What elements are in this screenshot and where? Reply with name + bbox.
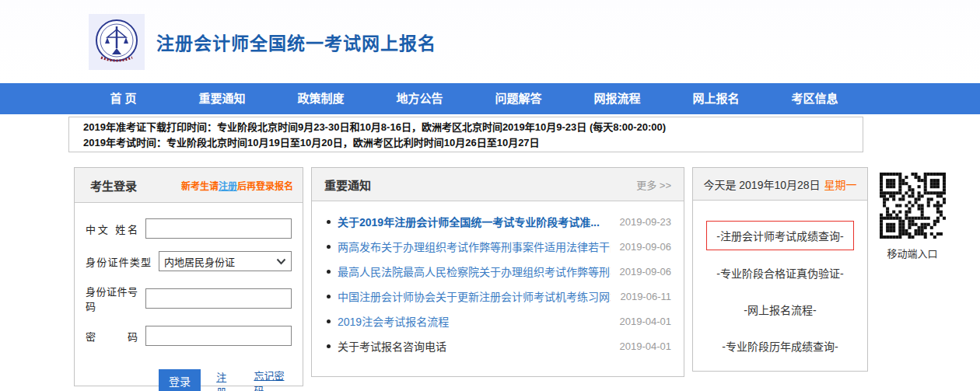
id-type-label: 身份证件类型 xyxy=(86,254,151,269)
nav-item-registration-process[interactable]: 网报流程 xyxy=(568,83,667,114)
notice-date: 2019-09-06 xyxy=(620,241,672,253)
qr-code-label: 移动端入口 xyxy=(877,246,947,260)
page: 注册会计师全国统一考试网上报名 首 页 重要通知 政策制度 地方公告 问题解答 … xyxy=(0,0,980,391)
notice-row: 2019注会考试报名流程 2019-04-01 xyxy=(312,309,684,333)
bullet-icon xyxy=(327,295,331,298)
id-number-input[interactable] xyxy=(145,288,292,309)
nav-item-local-announcements[interactable]: 地方公告 xyxy=(370,83,469,114)
notice-link[interactable]: 关于考试报名咨询电话 xyxy=(338,338,611,354)
notice-row: 关于考试报名咨询电话 2019-04-01 xyxy=(312,333,684,358)
nav-item-exam-area-info[interactable]: 考区信息 xyxy=(765,83,864,114)
today-date: 今天是 2019年10月28日 xyxy=(703,176,820,192)
password-input[interactable] xyxy=(145,326,292,346)
quick-link-registration-process[interactable]: -网上报名流程- xyxy=(744,302,816,317)
notice-link[interactable]: 关于2019年注册会计师全国统一考试专业阶段考试准... xyxy=(338,214,611,229)
nav-item-important-notices[interactable]: 重要通知 xyxy=(173,83,271,114)
bullet-icon xyxy=(327,220,331,224)
more-notices-link[interactable]: 更多 >> xyxy=(636,177,671,192)
forgot-password-link[interactable]: 忘记密码 xyxy=(254,368,292,391)
hint-prefix: 新考生请 xyxy=(181,181,219,192)
notice-link[interactable]: 2019注会考试报名流程 xyxy=(338,313,611,329)
bullet-icon xyxy=(327,245,331,249)
candidate-login-panel: 考生登录 新考生请注册后再登录报名 中文 姓名 身份证件类型 内地居民身份证 身… xyxy=(74,167,303,386)
register-link[interactable]: 注册 xyxy=(216,369,235,391)
login-panel-title: 考生登录 xyxy=(90,177,137,194)
schedule-line-1: 2019年准考证下载打印时间：专业阶段北京时间9月23-30日和10月8-16日… xyxy=(83,120,855,135)
notice-row: 两高发布关于办理组织考试作弊等刑事案件适用法律若干问题的... 2019-09-… xyxy=(312,234,684,259)
quick-links-panel: 今天是 2019年10月28日 星期一 -注册会计师考试成绩查询- -专业阶段合… xyxy=(692,167,868,372)
important-notices-panel: 重要通知 更多 >> 关于2019年注册会计师全国统一考试专业阶段考试准... … xyxy=(311,167,684,377)
bullet-icon xyxy=(327,344,331,348)
name-label: 中文 姓名 xyxy=(86,222,138,236)
site-header: 注册会计师全国统一考试网上报名 xyxy=(0,0,980,83)
page-title: 注册会计师全国统一考试网上报名 xyxy=(156,29,436,55)
notice-row: 关于2019年注册会计师全国统一考试专业阶段考试准... 2019-09-23 xyxy=(312,209,684,234)
password-label: 密 码 xyxy=(86,329,138,344)
id-number-label: 身份证件号码 xyxy=(86,284,138,313)
schedule-line-2: 2019年考试时间：专业阶段北京时间10月19日至10月20日，欧洲考区比利时时… xyxy=(83,135,855,151)
qr-code-icon xyxy=(880,173,946,239)
today-weekday: 星期一 xyxy=(824,176,857,192)
nav-item-faq[interactable]: 问题解答 xyxy=(469,83,568,114)
cicpa-logo-icon xyxy=(88,13,145,71)
notice-row: 中国注册会计师协会关于更新注册会计师考试机考练习网站的公... 2019-06-… xyxy=(312,284,684,309)
notice-date: 2019-09-06 xyxy=(620,266,672,278)
quick-link-certificate-verification[interactable]: -专业阶段合格证真伪验证- xyxy=(716,265,843,281)
exam-schedule-banner: 2019年准考证下载打印时间：专业阶段北京时间9月23-30日和10月8-16日… xyxy=(68,117,863,152)
id-type-selected-value: 内地居民身份证 xyxy=(164,254,235,269)
notice-date: 2019-04-01 xyxy=(620,340,672,352)
quick-link-historical-scores[interactable]: -专业阶段历年成绩查询- xyxy=(722,338,838,354)
chevron-down-icon xyxy=(276,258,286,265)
nav-item-online-registration[interactable]: 网上报名 xyxy=(667,83,765,114)
notice-row: 最高人民法院最高人民检察院关于办理组织考试作弊等刑事案件... 2019-09-… xyxy=(312,259,684,284)
notice-date: 2019-06-11 xyxy=(620,291,671,302)
hint-suffix: 后再登录报名 xyxy=(237,181,293,192)
notice-link[interactable]: 中国注册会计师协会关于更新注册会计师考试机考练习网站的公... xyxy=(338,288,611,304)
notice-date: 2019-04-01 xyxy=(620,316,672,327)
nav-item-home[interactable]: 首 页 xyxy=(74,83,173,114)
quick-link-score-query[interactable]: -注册会计师考试成绩查询- xyxy=(706,221,853,250)
notice-link[interactable]: 最高人民法院最高人民检察院关于办理组织考试作弊等刑事案件... xyxy=(338,264,611,279)
notices-panel-title: 重要通知 xyxy=(324,176,371,193)
new-candidate-hint: 新考生请注册后再登录报名 xyxy=(181,179,293,192)
chinese-name-input[interactable] xyxy=(145,218,292,239)
mobile-entry-block: 移动端入口 xyxy=(877,173,947,260)
notice-date: 2019-09-23 xyxy=(620,216,672,228)
bullet-icon xyxy=(327,319,331,323)
id-type-select[interactable]: 内地居民身份证 xyxy=(159,251,292,271)
bullet-icon xyxy=(327,270,331,274)
notice-link[interactable]: 两高发布关于办理组织考试作弊等刑事案件适用法律若干问题的... xyxy=(338,239,611,254)
main-nav: 首 页 重要通知 政策制度 地方公告 问题解答 网报流程 网上报名 考区信息 xyxy=(0,83,980,114)
login-button[interactable]: 登录 xyxy=(159,369,201,391)
nav-item-policies[interactable]: 政策制度 xyxy=(271,83,370,114)
hint-register-link[interactable]: 注册 xyxy=(219,181,237,192)
